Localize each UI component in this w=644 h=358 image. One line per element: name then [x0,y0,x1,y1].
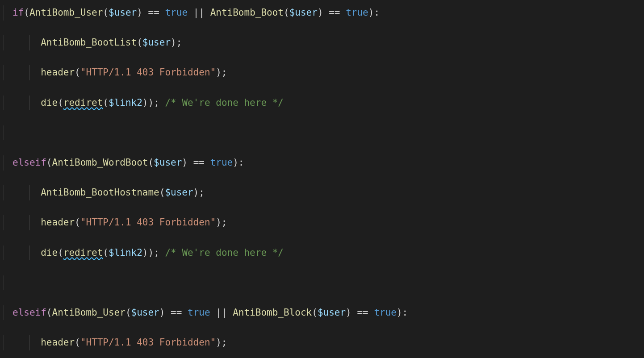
const-true: true [165,7,188,18]
variable: $user [109,7,137,18]
code-line: AntiBomb_BootHostname($user); [4,185,640,200]
fn-call-squiggle: rediret [63,247,103,258]
paren-open: ( [24,7,29,18]
code-line: if(AntiBomb_User($user) == true || AntiB… [4,5,640,21]
fn-call: AntiBomb_Block [233,307,312,318]
code-line-blank [4,275,640,291]
fn-call: AntiBomb_BootHostname [41,187,159,198]
keyword-if: if [13,7,24,18]
code-line-blank [4,125,640,141]
string-literal: "HTTP/1.1 403 Forbidden" [80,67,216,78]
code-line: die(rediret($link2)); /* We're done here… [4,96,640,111]
op-eq: == [148,7,159,18]
code-line: die(rediret($link2)); /* We're done here… [4,246,640,261]
fn-call: header [41,67,75,78]
fn-call: AntiBomb_WordBoot [52,157,148,168]
fn-call: die [41,97,58,108]
code-line: header("HTTP/1.1 403 Forbidden"); [4,215,640,230]
code-line: elseif(AntiBomb_WordBoot($user) == true)… [4,155,640,171]
code-editor[interactable]: if(AntiBomb_User($user) == true || AntiB… [0,0,644,358]
fn-call: AntiBomb_Boot [210,7,284,18]
code-line: elseif(AntiBomb_User($user) == true || A… [4,305,640,321]
fn-call: AntiBomb_User [29,7,103,18]
op-or: || [193,7,205,18]
variable: $link2 [109,97,142,108]
code-line: AntiBomb_BootList($user); [4,35,640,50]
fn-call: AntiBomb_BootList [41,37,137,48]
keyword-elseif: elseif [13,157,46,168]
comment: /* We're done here */ [165,97,284,108]
code-line: header("HTTP/1.1 403 Forbidden"); [4,335,640,350]
code-line: header("HTTP/1.1 403 Forbidden"); [4,65,640,80]
fn-call-squiggle: rediret [63,97,103,108]
